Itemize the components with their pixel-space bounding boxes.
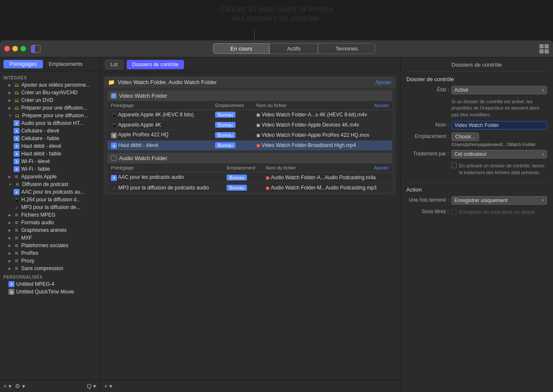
lot-button[interactable]: Lot: [105, 60, 123, 69]
sidebar-item-diffusion1[interactable]: ▶ 🗂 Préparer pour une diffusion...: [0, 104, 99, 112]
stack-icon: ⊞: [14, 227, 20, 233]
layout-icon[interactable]: [31, 45, 40, 53]
phone-icon: 📱: [14, 197, 20, 203]
audio-folder-checkbox[interactable]: [111, 155, 116, 161]
sidebar-item-untitled-qt[interactable]: Q Untitled QuickTime Movie: [0, 288, 99, 296]
group-add-button[interactable]: Ajouter: [375, 79, 391, 85]
chevron-icon: ▶: [9, 267, 11, 271]
cell-preset: 📱 Appareils Apple 4K: [108, 120, 212, 130]
table-row[interactable]: 📱 Appareils Apple 4K (HEVC 8 bits) Burea…: [108, 110, 392, 120]
table-row[interactable]: 4 AAC pour les podcasts audio Bureau ◼ A…: [108, 172, 392, 183]
sidebar-item-dvd[interactable]: ▶ 🗂 Créer un DVD: [0, 96, 99, 104]
main-add-button[interactable]: + ▾: [104, 383, 112, 389]
folder-icon: 🗂: [14, 90, 20, 96]
sidebar-item-diffusion2[interactable]: ▼ 🗂 Préparer pour une diffusion...: [0, 112, 99, 119]
tab-emplacements[interactable]: Emplacements: [43, 60, 88, 68]
cell-filename: ◼ Video Watch Folder-Broadband High.mp4: [253, 140, 392, 150]
sidebar-item-wifi-faible[interactable]: 4 Wi-Fi - faible: [0, 165, 99, 173]
cell-preset: 4 Haut débit - élevé: [108, 140, 212, 150]
nom-row: Nom : Video Watch Folder: [406, 121, 547, 130]
etat-dropdown[interactable]: Activé ▾: [451, 86, 547, 94]
tooltip-line1: Cliquez ici pour ouvrir la fenêtre: [0, 4, 553, 14]
cell-location: Bureau: [223, 183, 262, 192]
search-button[interactable]: Q ▾: [87, 383, 96, 389]
table-add-button[interactable]: Ajouter: [374, 103, 389, 108]
sidebar-item-plateformes[interactable]: ▶ ⊞ Plateformes sociales: [0, 242, 99, 249]
traitement-dropdown[interactable]: Cet ordinateur ▾: [451, 150, 547, 158]
sidebar-item-mxf[interactable]: ▶ ⊞ MXF: [0, 234, 99, 242]
phone-icon: 📱: [111, 112, 117, 118]
sidebar-item-cellulaire-eleve[interactable]: 4 Cellulaire - élevé: [0, 127, 99, 135]
table-add-button[interactable]: Ajouter: [374, 165, 389, 170]
activate-checkbox[interactable]: [451, 163, 457, 168]
sidebar-item-mp3[interactable]: ♪ MP3 pour la diffusion de...: [0, 203, 99, 211]
main-footer: + ▾: [100, 380, 400, 392]
sidebar-item-bluray[interactable]: ▶ 🗂 Créer un Blu-ray/AVCHD: [0, 89, 99, 96]
close-button[interactable]: [4, 46, 10, 51]
sidebar-item-aac-podcast[interactable]: 4 AAC pour les podcasts au...: [0, 188, 99, 196]
cell-preset: Q Apple ProRes 422 HQ: [108, 130, 212, 141]
tab-en-cours[interactable]: En cours: [213, 43, 269, 54]
tab-actifs[interactable]: Actifs: [269, 43, 318, 54]
minimize-button[interactable]: [12, 46, 18, 51]
video-folder-checkbox[interactable]: ✓: [111, 93, 116, 99]
sidebar-item-prores[interactable]: ▶ ⊞ ProRes: [0, 249, 99, 257]
tooltip-line2: des dossiers de contrôle.: [0, 14, 553, 23]
nom-input[interactable]: Video Watch Folder: [451, 121, 547, 130]
checkbox-row: En activant un dossier de contrôle, lanc…: [406, 161, 547, 176]
sidebar-item-graphismes[interactable]: ▶ ⊞ Graphismes animés: [0, 226, 99, 234]
sidebar-item-label: Diffusion de podcast: [22, 181, 68, 187]
une-fois-dropdown[interactable]: Enregistrer uniquement ▾: [451, 196, 547, 205]
sidebar-item-label: Audio pour la diffusion HT...: [21, 120, 84, 126]
preset-4-icon: 4: [14, 120, 20, 126]
table-row[interactable]: ♪ MP3 pour la diffusion de podcasts audi…: [108, 183, 392, 192]
group-folder-icon: 📁: [108, 79, 114, 85]
video-folder-name: Video Watch Folder: [119, 93, 167, 99]
group-title: Video Watch Folder, Audio Watch Folder: [118, 79, 372, 85]
maximize-button[interactable]: [20, 46, 26, 51]
cell-location: Bureau: [212, 120, 253, 130]
sidebar-item-cellulaire-faible[interactable]: 4 Cellulaire - faible: [0, 135, 99, 142]
dossiers-button[interactable]: Dossiers de contrôle: [127, 60, 184, 69]
sidebar-item-haut-debit-faible[interactable]: 4 Haut débit - faible: [0, 150, 99, 158]
sidebar-item-audio-ht[interactable]: 4 Audio pour la diffusion HT...: [0, 119, 99, 127]
sidebar-item-haut-debit-eleve[interactable]: 4 Haut débit - élevé: [0, 142, 99, 150]
sidebar-item-sans-compression[interactable]: ▶ ⊞ Sans compression: [0, 265, 99, 272]
sidebar-item-label: Fichiers MPEG: [21, 212, 56, 218]
add-button[interactable]: + ▾: [3, 383, 11, 389]
une-fois-value: Enregistrer uniquement ▾: [451, 196, 547, 205]
tab-prereglages[interactable]: Préréglages: [3, 60, 43, 68]
chevron-down-icon: ▾: [542, 88, 544, 93]
sidebar-item-h264[interactable]: 📱 H.264 pour la diffusion d...: [0, 196, 99, 203]
tab-termines[interactable]: Terminés: [318, 43, 375, 54]
sidebar-item-wifi-eleve[interactable]: 4 Wi-Fi - élevé: [0, 158, 99, 165]
settings-button[interactable]: ⚙ ▾: [15, 383, 25, 389]
sidebar-item-label: Untitled QuickTime Movie: [16, 289, 74, 295]
cell-preset: ♪ MP3 pour la diffusion de podcasts audi…: [108, 183, 223, 192]
nom-label: Nom :: [406, 121, 449, 128]
sidebar-item-label: Créer un Blu-ray/AVCHD: [21, 90, 77, 96]
title-bar-right: [539, 44, 549, 54]
table-row[interactable]: 📱 Appareils Apple 4K Bureau ◼ Video Watc…: [108, 120, 392, 130]
window-controls: [4, 46, 26, 51]
table-row[interactable]: 4 Haut débit - élevé Bureau ◼ Video Watc…: [108, 140, 392, 150]
sidebar-item-proxy[interactable]: ▶ ⊞ Proxy: [0, 257, 99, 265]
sidebar-item-label: Haut débit - élevé: [21, 143, 61, 149]
stack-icon: ⊞: [14, 220, 20, 226]
chevron-icon: ▶: [9, 106, 11, 110]
file-icon: ◼: [256, 122, 260, 127]
sidebar-item-podcast[interactable]: ▼ ⊞ Diffusion de podcast: [0, 180, 99, 188]
cell-filename: ◼ Video Watch Folder-Apple Devices 4K.m4…: [253, 120, 392, 130]
choisir-button[interactable]: Choisir...: [451, 133, 479, 141]
sidebar-item-untitled-mpeg[interactable]: 4 Untitled MPEG-4: [0, 280, 99, 288]
sidebar-item-mpeg[interactable]: ▶ ⊞ Fichiers MPEG: [0, 211, 99, 219]
sidebar-item-ajouter[interactable]: ▶ 🗂 Ajouter aux vidéos personne...: [0, 81, 99, 89]
file-icon: ◼: [256, 133, 260, 138]
preset-4-icon: 4: [111, 143, 117, 149]
traitement-label: Traitement par :: [406, 150, 449, 157]
sidebar-item-appareils[interactable]: ▶ ⊞ Appareils Apple: [0, 173, 99, 180]
table-row[interactable]: Q Apple ProRes 422 HQ Bureau ◼ Video Wat…: [108, 130, 392, 141]
cell-location: Bureau: [212, 130, 253, 141]
sidebar-item-formats-audio[interactable]: ▶ ⊞ Formats audio: [0, 219, 99, 226]
grid-icon[interactable]: [539, 44, 549, 54]
